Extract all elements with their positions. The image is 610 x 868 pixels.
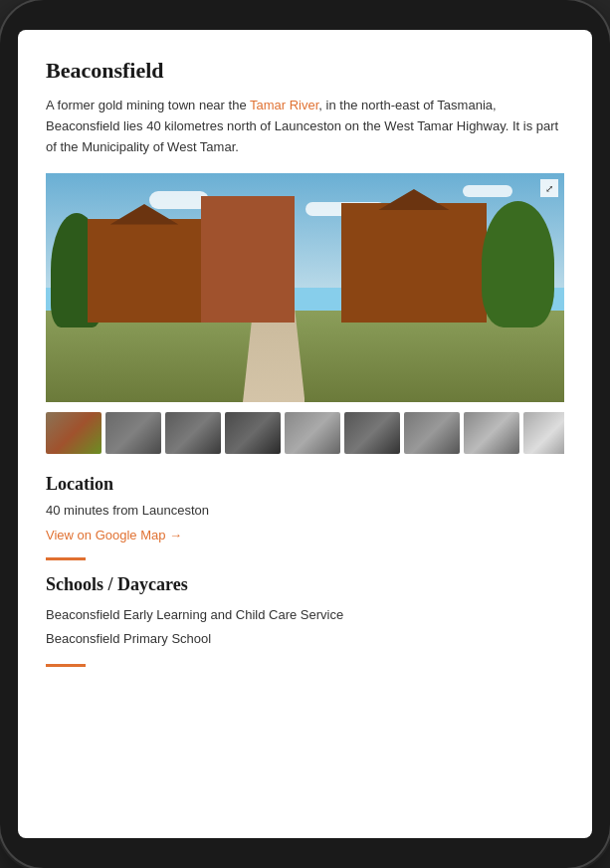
- tree-right: [482, 201, 554, 327]
- building-left: [88, 219, 202, 323]
- thumbnail-6[interactable]: [344, 412, 400, 454]
- thumbnail-4[interactable]: [225, 412, 281, 454]
- thumbnail-7[interactable]: [404, 412, 460, 454]
- schools-section: Schools / Daycares Beaconsfield Early Le…: [46, 574, 564, 650]
- thumbnail-9[interactable]: [523, 412, 564, 454]
- building-center: [201, 196, 295, 323]
- thumbnail-2[interactable]: [105, 412, 161, 454]
- main-image-container: ⤢: [46, 173, 564, 402]
- thumbnail-5[interactable]: [285, 412, 340, 454]
- location-distance: 40 minutes from Launceston: [46, 503, 564, 518]
- tablet-screen: Beaconsfield A former gold mining town n…: [18, 30, 592, 838]
- cloud-1: [149, 191, 209, 209]
- google-map-link[interactable]: View on Google Map →: [46, 528, 182, 542]
- divider-2: [46, 664, 86, 667]
- schools-section-title: Schools / Daycares: [46, 574, 564, 595]
- divider-1: [46, 557, 86, 560]
- page-description: A former gold mining town near the Tamar…: [46, 96, 564, 157]
- school-item-2: Beaconsfield Primary School: [46, 627, 564, 650]
- page-title: Beaconsfield: [46, 58, 564, 84]
- building-right: [341, 203, 487, 323]
- thumbnails-row: [46, 412, 564, 454]
- expand-icon[interactable]: ⤢: [540, 179, 558, 197]
- location-section-title: Location: [46, 474, 564, 495]
- cloud-3: [463, 185, 512, 197]
- content-area: Beaconsfield A former gold mining town n…: [18, 30, 592, 838]
- thumbnail-8[interactable]: [464, 412, 519, 454]
- school-item-1: Beaconsfield Early Learning and Child Ca…: [46, 603, 564, 626]
- thumbnail-3[interactable]: [165, 412, 221, 454]
- thumbnail-1[interactable]: [46, 412, 102, 454]
- schools-list: Beaconsfield Early Learning and Child Ca…: [46, 603, 564, 650]
- building-scene: [46, 173, 564, 402]
- ground: [46, 311, 564, 402]
- tablet-frame: Beaconsfield A former gold mining town n…: [0, 0, 610, 868]
- tamar-river-link[interactable]: Tamar River: [250, 98, 318, 112]
